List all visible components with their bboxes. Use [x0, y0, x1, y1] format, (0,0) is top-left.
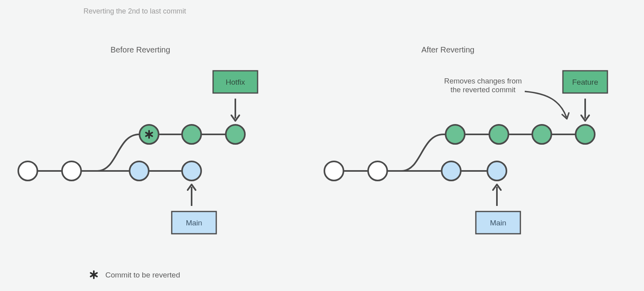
commit-blue	[130, 161, 149, 180]
legend-asterisk-icon	[91, 271, 97, 278]
commit-green	[489, 125, 508, 144]
annotation-arrow-curve	[525, 91, 566, 117]
legend-text: Commit to be reverted	[105, 271, 180, 279]
commit-green	[226, 125, 245, 144]
commit-green-new	[576, 125, 595, 144]
annotation-line1: Removes changes from	[444, 77, 522, 85]
diagram-root: Reverting the 2nd to last commit Before …	[0, 0, 644, 291]
commit-white	[62, 161, 81, 180]
after-heading: After Reverting	[421, 45, 474, 54]
main-label-text-after: Main	[490, 219, 506, 227]
hotfix-label-text: Hotfix	[226, 78, 245, 86]
diagram-svg: Hotfix Main Feature Main	[0, 0, 644, 291]
feature-label-text: Feature	[572, 78, 598, 86]
commit-blue	[442, 161, 461, 180]
after-group: Feature Main Removes changes from the re…	[324, 71, 607, 234]
commit-green	[182, 125, 201, 144]
before-heading: Before Reverting	[111, 45, 170, 54]
commit-white	[18, 161, 37, 180]
commit-white	[324, 161, 343, 180]
after-feature-line	[378, 134, 585, 171]
commit-green	[532, 125, 551, 144]
commit-green	[446, 125, 465, 144]
commit-white	[368, 161, 387, 180]
commit-blue	[487, 161, 506, 180]
main-label-text-before: Main	[186, 219, 202, 227]
annotation-line2: the reverted commit	[450, 85, 515, 94]
page-title: Reverting the 2nd to last commit	[83, 7, 186, 16]
before-group: Hotfix Main	[18, 71, 258, 234]
commit-blue	[182, 161, 201, 180]
